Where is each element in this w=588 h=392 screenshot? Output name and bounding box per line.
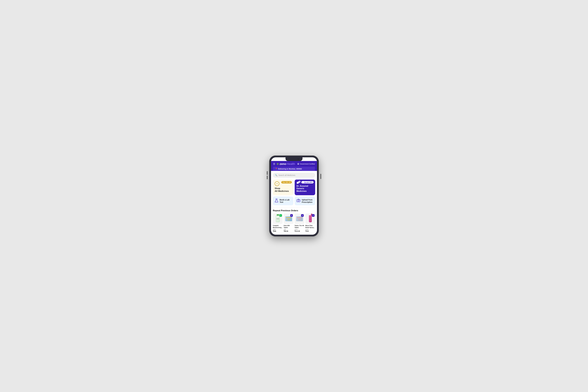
product-tazloc[interactable]: + Tazloc Trio 40 Tablet ₹143 ₹114.39	[294, 214, 304, 232]
shop-card-title: Shop All Medicines	[275, 187, 292, 192]
dolo-add-button[interactable]: +	[290, 214, 293, 217]
service-cards-row: Book a Lab Test Up	[273, 196, 315, 205]
tazloc-add-button[interactable]: +	[301, 214, 304, 217]
product-moov[interactable]: moov + Moov Pain Relief Spray... ₹149 ₹1…	[305, 214, 315, 232]
gov-certified-text: Government Certified	[300, 163, 315, 165]
repeat-orders-title: Repeat Previous Orders	[273, 209, 315, 212]
tazloc-image: +	[294, 214, 304, 224]
volume-down-button[interactable]	[267, 176, 268, 179]
phone-frame: ☰ ✳️ zeno Health 🏛 Government Certified …	[269, 156, 319, 236]
lab-test-label: Book a Lab Test	[280, 198, 290, 203]
prescription-label: Upload from Prescription	[302, 198, 312, 203]
cetaphil-name: Cetaphil Moisturising...	[273, 224, 283, 228]
svg-point-4	[298, 200, 299, 201]
moov-add-button[interactable]: +	[312, 214, 314, 217]
phone-screen: ☰ ✳️ zeno Health 🏛 Government Certified …	[271, 157, 317, 235]
header: ☰ ✳️ zeno Health 🏛 Government Certified …	[271, 161, 317, 171]
moov-original-price: ₹149	[305, 229, 315, 230]
lab-test-card[interactable]: Book a Lab Test	[273, 196, 293, 205]
svg-point-5	[300, 200, 300, 200]
tazloc-name: Tazloc Trio 40 Tablet	[294, 224, 304, 228]
logo-icon: ✳️	[276, 162, 279, 166]
hamburger-menu[interactable]: ☰	[273, 162, 275, 166]
moov-discounted-price: ₹134	[305, 230, 315, 232]
product-dolo[interactable]: + Dolo 650 Tablet ₹35 ₹28.56	[284, 214, 294, 232]
logo-health-text: Health	[287, 162, 295, 166]
generic-medicines-card[interactable]: Save upto 80% Dr. Assured Generic Medici…	[295, 180, 315, 195]
cetaphil-image: Cetaphil ✓	[273, 214, 283, 224]
camera-icon	[296, 199, 300, 203]
flask-icon	[275, 198, 278, 204]
search-input[interactable]: Search all Medicines	[278, 174, 295, 176]
cetaphil-original-price: ₹980	[273, 229, 283, 230]
government-certified-badge: 🏛 Government Certified	[297, 163, 315, 165]
shop-discount-badge: Flat 15% Off	[281, 181, 292, 184]
main-content: 🔍 Search all Medicines Flat 15% Off + Sh…	[271, 171, 317, 235]
search-icon: 🔍	[275, 174, 278, 176]
notch	[286, 157, 302, 161]
location-pin-icon: 📍	[275, 168, 278, 170]
section-divider	[273, 207, 315, 208]
cetaphil-discounted-price: ₹946	[273, 230, 283, 232]
tazloc-discounted-price: ₹114.39	[294, 230, 304, 232]
shop-medicines-card[interactable]: Flat 15% Off + Shop All Medicines	[273, 180, 293, 195]
moov-image: moov +	[305, 214, 315, 224]
delivery-bar[interactable]: 📍 Delivering to Mumbai, 400063	[273, 167, 315, 171]
building-icon: 🏛	[297, 163, 299, 165]
dolo-discounted-price: ₹28.56	[284, 230, 294, 232]
logo-zeno-text: zeno	[280, 162, 286, 166]
app-logo[interactable]: ✳️ zeno Health	[276, 162, 295, 166]
dolo-image: +	[284, 214, 294, 224]
svg-point-1	[276, 201, 276, 202]
products-row: Cetaphil ✓ Cetaphil Moisturising... ₹980…	[273, 214, 315, 232]
delivery-info: Delivering to Mumbai, 400063	[278, 168, 302, 170]
dolo-original-price: ₹35	[284, 229, 294, 230]
power-button[interactable]	[320, 174, 321, 179]
tazloc-original-price: ₹143	[294, 229, 304, 230]
svg-point-2	[276, 202, 277, 202]
volume-up-button[interactable]	[267, 171, 268, 175]
generic-card-title: Dr. Assured Generic Medicines	[296, 185, 313, 192]
main-cards-grid: Flat 15% Off + Shop All Medicines Save u…	[273, 180, 315, 195]
search-bar[interactable]: 🔍 Search all Medicines	[273, 173, 315, 178]
dolo-name: Dolo 650 Tablet	[284, 224, 294, 228]
cetaphil-added-check[interactable]: ✓	[279, 214, 282, 217]
camera	[298, 158, 299, 160]
prescription-card[interactable]: Upload from Prescription	[295, 196, 315, 205]
moov-name: Moov Pain Relief Spray...	[305, 224, 315, 228]
plus-icon: +	[275, 181, 279, 186]
product-cetaphil[interactable]: Cetaphil ✓ Cetaphil Moisturising... ₹980…	[273, 214, 283, 232]
